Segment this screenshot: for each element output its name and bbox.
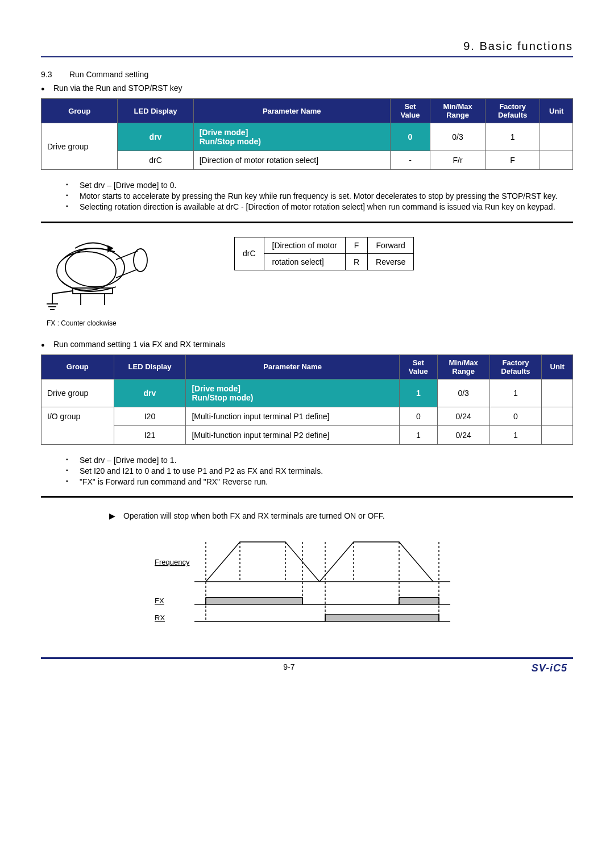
list-item: "FX" is Forward run command and "RX" Rev… xyxy=(64,477,573,487)
cell-unit xyxy=(540,123,573,151)
th-set: Set Value xyxy=(390,99,430,123)
cell-set: - xyxy=(390,151,430,170)
drc-r: R xyxy=(345,253,367,270)
cell-unit xyxy=(542,407,573,425)
cell-group: I/O group xyxy=(42,407,114,444)
parameter-table-1: Group LED Display Parameter Name Set Val… xyxy=(41,98,573,170)
th-def: Factory Defaults xyxy=(485,99,540,123)
motor-figure: FX : Counter clockwise xyxy=(41,231,189,327)
cell-range: F/r xyxy=(430,151,486,170)
table-row: Drive group drv [Drive mode] Run/Stop mo… xyxy=(42,379,573,407)
model-name: SV-iC5 xyxy=(532,662,567,674)
bullet-text: Run via the Run and STOP/RST key xyxy=(53,84,182,93)
cell-unit xyxy=(540,151,573,170)
list-item: Selecting rotation direction is availabl… xyxy=(64,202,573,212)
list-item: Set I20 and I21 to 0 and 1 to use P1 and… xyxy=(64,466,573,476)
operation-note: ▶ Operation will stop when both FX and R… xyxy=(109,511,573,520)
th-param: Parameter Name xyxy=(193,99,390,123)
drc-reverse: Reverse xyxy=(368,253,414,270)
cell-led: drv xyxy=(118,123,193,151)
th-group: Group xyxy=(42,99,118,123)
table-row: Drive group drv [Drive mode] Run/Stop mo… xyxy=(42,123,573,151)
triangle-icon: ▶ xyxy=(109,511,115,520)
cell-range: 0/24 xyxy=(437,425,489,444)
drc-code: drC xyxy=(235,237,264,270)
page-number: 9-7 xyxy=(283,662,294,674)
cell-param: [Multi-function input terminal P1 define… xyxy=(186,407,399,425)
list-item: Motor starts to accelerate by pressing t… xyxy=(64,191,573,201)
bullet-fx-rx: ● Run command setting 1 via FX and RX te… xyxy=(41,340,573,349)
table-row: I21 [Multi-function input terminal P2 de… xyxy=(42,425,573,444)
operation-note-text: Operation will stop when both FX and RX … xyxy=(123,511,385,520)
bullet-icon: ● xyxy=(41,85,51,92)
drc-forward: Forward xyxy=(368,237,414,253)
table-row: drC [Direction of motor rotation select]… xyxy=(42,151,573,170)
cell-param: [Multi-function input terminal P2 define… xyxy=(186,425,399,444)
th-def: Factory Defaults xyxy=(489,354,542,379)
cell-range: 0/3 xyxy=(430,123,486,151)
svg-point-4 xyxy=(134,249,147,272)
cell-unit xyxy=(542,379,573,407)
th-range: Min/Max Range xyxy=(437,354,489,379)
svg-rect-27 xyxy=(325,615,439,621)
cell-param: [Drive mode] Run/Stop mode) xyxy=(186,379,399,407)
bullet-text: Run command setting 1 via FX and RX term… xyxy=(53,340,226,349)
svg-rect-25 xyxy=(399,598,439,604)
cell-group: Drive group xyxy=(42,379,114,407)
section-title: Run Command setting xyxy=(69,70,148,79)
th-led: LED Display xyxy=(114,354,186,379)
label-frequency: Frequency xyxy=(155,558,190,566)
cell-set: 1 xyxy=(399,425,437,444)
drc-desc-1: [Direction of motor xyxy=(264,237,345,253)
drc-table: drC [Direction of motor F Forward rotati… xyxy=(234,237,414,270)
cell-def: 0 xyxy=(489,407,542,425)
svg-line-13 xyxy=(52,291,73,294)
section-number: 9.3 xyxy=(41,70,67,79)
th-group: Group xyxy=(42,354,114,379)
cell-range: 0/3 xyxy=(437,379,489,407)
cell-range: 0/24 xyxy=(437,407,489,425)
cell-led: I21 xyxy=(114,425,186,444)
notes-list-1: Set drv – [Drive mode] to 0. Motor start… xyxy=(64,180,573,212)
section-heading: 9.3 Run Command setting xyxy=(41,70,573,79)
cell-def: 1 xyxy=(489,379,542,407)
cell-def: F xyxy=(485,151,540,170)
th-unit: Unit xyxy=(542,354,573,379)
cell-set: 0 xyxy=(399,407,437,425)
cell-set: 1 xyxy=(399,379,437,407)
cell-led: I20 xyxy=(114,407,186,425)
cell-group: Drive group xyxy=(42,123,118,170)
label-rx: RX xyxy=(155,614,165,622)
th-set: Set Value xyxy=(399,354,437,379)
page-header: 9. Basic functions xyxy=(41,40,573,57)
divider xyxy=(41,496,573,498)
footer-divider xyxy=(41,657,573,659)
cell-def: 1 xyxy=(485,123,540,151)
bullet-icon: ● xyxy=(41,341,51,348)
cell-set: 0 xyxy=(390,123,430,151)
timing-diagram: Frequency FX RX xyxy=(155,531,473,640)
svg-rect-24 xyxy=(206,598,302,604)
label-fx: FX xyxy=(155,596,164,605)
cell-def: 1 xyxy=(489,425,542,444)
drc-f: F xyxy=(345,237,367,253)
cell-param: [Drive mode] Run/Stop mode) xyxy=(193,123,390,151)
list-item: Set drv – [Drive mode] to 0. xyxy=(64,180,573,190)
th-unit: Unit xyxy=(540,99,573,123)
motor-caption: FX : Counter clockwise xyxy=(47,319,189,327)
parameter-table-2: Group LED Display Parameter Name Set Val… xyxy=(41,354,573,445)
cell-led: drv xyxy=(114,379,186,407)
svg-line-3 xyxy=(116,269,138,278)
cell-led: drC xyxy=(118,151,193,170)
th-range: Min/Max Range xyxy=(430,99,486,123)
table-row: I/O group I20 [Multi-function input term… xyxy=(42,407,573,425)
cell-unit xyxy=(542,425,573,444)
bullet-run-stop: ● Run via the Run and STOP/RST key xyxy=(41,84,573,93)
svg-rect-6 xyxy=(73,288,113,294)
divider xyxy=(41,222,573,223)
drc-desc-2: rotation select] xyxy=(264,253,345,270)
cell-param: [Direction of motor rotation select] xyxy=(193,151,390,170)
th-led: LED Display xyxy=(118,99,193,123)
list-item: Set drv – [Drive mode] to 1. xyxy=(64,455,573,465)
th-param: Parameter Name xyxy=(186,354,399,379)
